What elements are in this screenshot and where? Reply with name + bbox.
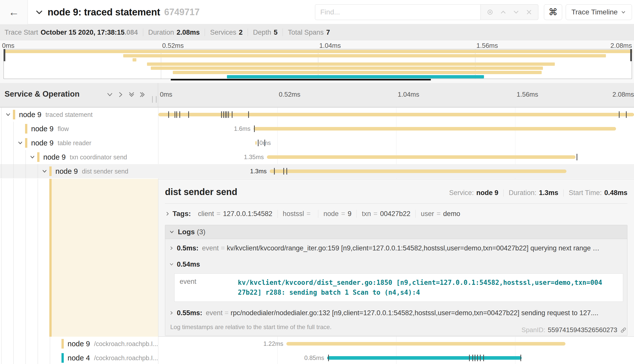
axis-tick-label: 0.52ms <box>162 42 184 50</box>
expand-one-chevron-right-icon[interactable] <box>117 91 124 99</box>
span-log-tick <box>477 355 478 361</box>
find-input[interactable] <box>315 4 481 20</box>
span-row[interactable]: node 9dist sender send1.3ms <box>0 164 634 178</box>
expand-all-double-chevron-right-icon[interactable] <box>139 91 146 99</box>
logs-chevron-down-icon <box>169 229 174 234</box>
span-log-tick <box>176 111 177 118</box>
span-row[interactable]: node 4/cockroach.roachpb.I...0.85ms <box>0 351 634 364</box>
meta-separator <box>563 189 564 197</box>
log-field-table: eventkv/kvclient/kvcoord/dist_sender.go:… <box>174 273 623 302</box>
column-resize-handle[interactable] <box>152 96 157 103</box>
span-log-tick <box>480 355 481 361</box>
span-log-tick <box>179 111 180 118</box>
span-log-tick <box>223 111 224 118</box>
span-log-tick <box>520 355 521 361</box>
service-color-bar <box>13 110 15 119</box>
tag-item: txn=00427b22 <box>356 210 415 218</box>
trace-minimap: 0ms0.52ms1.04ms1.56ms2.08ms <box>0 40 634 83</box>
collapse-one-chevron-down-icon[interactable] <box>106 91 113 99</box>
view-selector-label: Trace Timeline <box>572 8 618 16</box>
next-match-chevron-down-icon[interactable] <box>512 8 520 16</box>
span-row-label: node 9flow <box>31 122 69 136</box>
tree-chevron-down-icon[interactable] <box>42 168 47 175</box>
span-log-tick <box>577 154 577 160</box>
span-id-row: SpanID: 5597415943526560273 <box>521 326 627 334</box>
span-row[interactable]: node 9txn coordinator send1.35ms <box>0 150 634 164</box>
logs-header[interactable]: Logs (3) <box>165 225 627 239</box>
minimap-drag-handle-left[interactable] <box>4 49 5 61</box>
operation-name: /cockroach.roachpb.I... <box>94 354 158 362</box>
span-row[interactable]: node 9traced statement <box>0 108 634 122</box>
tags-row[interactable]: Tags: client=127.0.0.1:54582hostssl=node… <box>165 209 627 219</box>
page-title: node 9: traced statement <box>48 7 160 18</box>
find-group <box>315 4 538 20</box>
left-arrow-icon: ← <box>9 6 19 18</box>
summary-label: Duration <box>148 29 174 36</box>
deep-link-icon[interactable] <box>620 327 627 334</box>
log-entry[interactable]: 0.55ms:event=rpc/nodedialer/nodedialer.g… <box>169 305 623 321</box>
span-duration-bar[interactable] <box>255 141 257 145</box>
focus-match-icon[interactable] <box>486 8 494 16</box>
log-entry[interactable]: 0.5ms:event=kv/kvclient/kvcoord/range_it… <box>169 240 623 256</box>
span-duration-bar[interactable] <box>267 155 576 159</box>
span-row[interactable]: node 9table reader0ms <box>0 136 634 150</box>
tree-chevron-down-icon[interactable] <box>30 154 35 161</box>
collapse-all-double-chevron-down-icon[interactable] <box>128 91 135 99</box>
span-log-tick <box>188 111 189 118</box>
span-duration-bar[interactable] <box>158 113 634 116</box>
tag-equals: = <box>217 210 221 218</box>
service-name: node 4 <box>68 354 90 362</box>
span-id-label: SpanID: <box>521 326 545 334</box>
tag-item: hostssl= <box>278 210 318 218</box>
meta-value: 0.48ms <box>604 189 627 197</box>
minimap-span-bar <box>123 54 606 57</box>
log-field-value: kv/kvclient/kvcoord/dist_sender.go:1850 … <box>238 278 605 297</box>
summary-value: 7 <box>326 29 330 36</box>
summary-label: Services <box>210 29 236 36</box>
keyboard-shortcuts-button[interactable]: ⌘ <box>544 4 562 20</box>
tree-chevron-down-icon[interactable] <box>17 140 23 147</box>
tree-chevron-down-icon[interactable] <box>5 112 11 118</box>
span-duration-label: 1.22ms <box>243 337 283 351</box>
tree-guide-line <box>13 136 14 150</box>
tag-key: txn <box>362 210 371 218</box>
span-duration-bar[interactable] <box>270 169 566 173</box>
axis-tick-label: 0.52ms <box>279 91 300 98</box>
minimap-drag-handle-right[interactable] <box>630 49 632 61</box>
view-selector-button[interactable]: Trace Timeline <box>566 4 632 20</box>
service-color-bar <box>61 339 64 349</box>
back-button[interactable]: ← <box>0 0 28 24</box>
summary-separator <box>205 29 205 36</box>
clear-search-x-icon[interactable] <box>525 9 533 16</box>
logs-box: Logs (3) 0.5ms:event=kv/kvclient/kvcoord… <box>165 225 627 336</box>
timeline-header-left: Service & Operation <box>0 83 158 107</box>
tag-item: client=127.0.0.1:54582 <box>193 210 278 218</box>
span-row-label: node 9table reader <box>31 136 91 150</box>
operation-name: flow <box>58 125 69 133</box>
tag-item: node=9 <box>318 210 356 218</box>
span-row[interactable]: node 9/cockroach.roachpb.I...1.22ms <box>0 337 634 351</box>
collapse-trace-chevron-down-icon[interactable] <box>35 8 44 16</box>
logs-count: (3) <box>197 228 205 236</box>
log-timestamp: 0.55ms: <box>177 309 202 317</box>
span-row[interactable]: node 9flow1.6ms <box>0 122 634 136</box>
span-log-tick <box>274 168 275 175</box>
log-entry[interactable]: 0.54ms <box>169 256 623 272</box>
span-duration-bar[interactable] <box>286 342 566 346</box>
span-duration-bar[interactable] <box>253 127 616 131</box>
tag-key: node <box>323 210 339 218</box>
service-name: node 9 <box>31 139 54 147</box>
tree-guide-line <box>26 337 26 351</box>
tags-label: Tags: <box>173 210 191 218</box>
span-duration-bar[interactable] <box>327 356 522 360</box>
tag-equals: = <box>437 210 441 218</box>
log-field-key: event <box>206 309 223 317</box>
tree-guide-line <box>1 136 2 150</box>
tag-key: client <box>198 210 214 218</box>
summary-separator <box>248 29 248 36</box>
minimap-canvas[interactable] <box>4 49 632 79</box>
prev-match-chevron-up-icon[interactable] <box>499 8 507 16</box>
axis-tick-label: 0ms <box>2 42 14 50</box>
trace-id-short: 6749717 <box>164 7 200 17</box>
service-name: node 9 <box>55 167 78 176</box>
